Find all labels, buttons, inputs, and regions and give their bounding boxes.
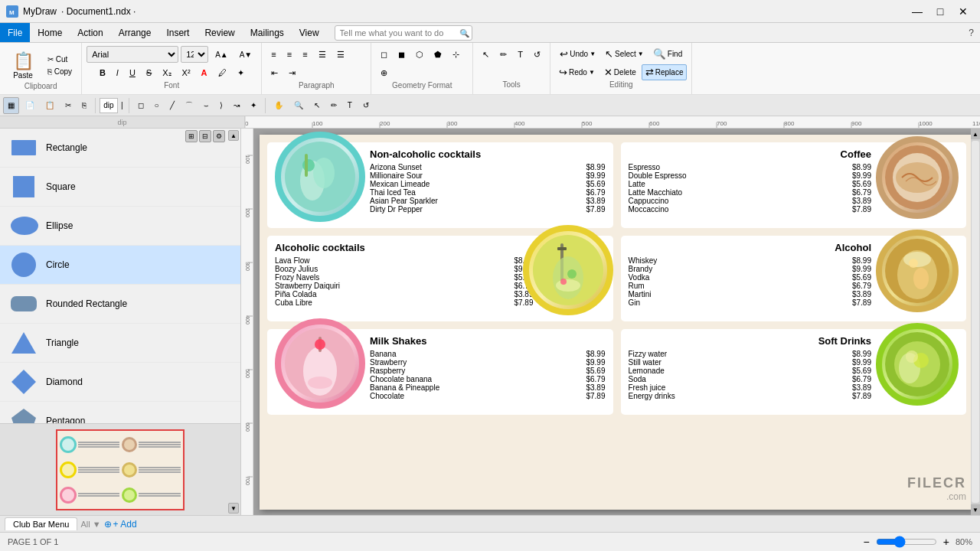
menu-view[interactable]: View xyxy=(292,23,327,42)
rectangle-icon xyxy=(9,133,38,162)
menu-action[interactable]: Action xyxy=(70,23,110,42)
redo-button[interactable]: ↪ Redo ▼ xyxy=(555,64,599,80)
text-tool[interactable]: T xyxy=(513,46,528,63)
paste-button[interactable]: 📋 Paste xyxy=(6,49,40,82)
font-family-select[interactable]: Arial xyxy=(87,46,178,63)
panel-btn-1[interactable]: ⊞ xyxy=(185,130,198,142)
draw-tool-7[interactable]: ↝ xyxy=(229,97,244,114)
align-right[interactable]: ≡ xyxy=(298,46,312,63)
underline-button[interactable]: U xyxy=(125,64,140,81)
indent-decrease[interactable]: ⇤ xyxy=(266,64,283,81)
scroll-v-thumb[interactable] xyxy=(972,141,979,503)
menu-insert[interactable]: Insert xyxy=(158,23,197,42)
pan-tool[interactable]: ✋ xyxy=(270,97,288,114)
milkshakes-title: Milk Shakes xyxy=(370,335,606,347)
search-input[interactable] xyxy=(335,25,472,41)
minimize-button[interactable]: — xyxy=(906,3,928,20)
draw-tool-1[interactable]: ◻ xyxy=(133,97,149,114)
font-size-decrease[interactable]: A▼ xyxy=(235,46,257,63)
font-size-increase[interactable]: A▲ xyxy=(211,46,233,63)
align-center[interactable]: ≡ xyxy=(283,46,296,63)
find-button[interactable]: 🔍 Find xyxy=(649,46,686,62)
copy-button[interactable]: ⎘ Copy xyxy=(44,66,75,77)
subscript-button[interactable]: X₂ xyxy=(158,64,175,81)
position-input[interactable] xyxy=(100,98,118,113)
panel-btn-2[interactable]: ⊟ xyxy=(199,130,211,142)
pointer-tool[interactable]: ↖ xyxy=(478,46,494,63)
panel-btn-3[interactable]: ⚙ xyxy=(213,130,225,142)
text-tool2[interactable]: T xyxy=(343,97,357,114)
menu-home[interactable]: Home xyxy=(30,23,70,42)
svg-point-67 xyxy=(913,268,929,289)
shape-pentagon[interactable]: Pentagon xyxy=(0,402,240,423)
zoom-in-button[interactable]: + xyxy=(942,536,951,548)
delete-button[interactable]: ✕ Delete xyxy=(600,64,640,80)
superscript-button[interactable]: X² xyxy=(178,64,195,81)
menu-review[interactable]: Review xyxy=(197,23,242,42)
scroll-down-btn[interactable]: ▼ xyxy=(228,503,239,514)
geom-btn-4[interactable]: ⬟ xyxy=(430,46,446,63)
tool-btn-2[interactable]: 📄 xyxy=(21,97,39,114)
select-button[interactable]: ↖ Select ▼ xyxy=(601,46,648,62)
indent-increase[interactable]: ⇥ xyxy=(284,64,300,81)
alcohol-title: Alcohol xyxy=(629,242,872,253)
geom-btn-1[interactable]: ◻ xyxy=(376,46,392,63)
editing-label: Editing xyxy=(609,80,633,91)
geom-btn-5[interactable]: ⊹ xyxy=(448,46,464,63)
pencil-tool[interactable]: ✏ xyxy=(495,46,511,63)
geom-btn-2[interactable]: ◼ xyxy=(394,46,410,63)
shape-square[interactable]: Square xyxy=(0,168,240,207)
highlight-button[interactable]: 🖊 xyxy=(214,64,231,81)
draw-tool-5[interactable]: ⌣ xyxy=(199,97,214,114)
numbered-list[interactable]: ☰ xyxy=(332,46,349,63)
italic-button[interactable]: I xyxy=(112,64,123,81)
pen-tool[interactable]: ✏ xyxy=(326,97,341,114)
maximize-button[interactable]: □ xyxy=(929,3,951,20)
shape-rounded-rect[interactable]: Rounded Rectangle xyxy=(0,285,240,324)
draw-tool-3[interactable]: ╱ xyxy=(165,97,179,114)
scroll-v-up[interactable]: ▲ xyxy=(971,129,980,139)
scroll-up-btn[interactable]: ▲ xyxy=(228,130,239,141)
undo-button[interactable]: ↩ Undo ▼ xyxy=(556,46,599,62)
draw-tool-2[interactable]: ○ xyxy=(150,97,164,114)
thumb-row-3 xyxy=(59,458,120,482)
undo-icon-btn[interactable]: ↺ xyxy=(358,97,374,114)
clear-format-button[interactable]: ✦ xyxy=(233,64,249,81)
draw-tool-4[interactable]: ⌒ xyxy=(181,97,198,114)
scroll-v-down[interactable]: ▼ xyxy=(971,504,980,515)
page-tab-active[interactable]: Club Bar Menu xyxy=(5,517,77,530)
add-page-button[interactable]: ⊕ + Add xyxy=(104,519,137,530)
zoom-out-button[interactable]: − xyxy=(862,536,871,548)
close-button[interactable]: ✕ xyxy=(952,3,974,20)
shape-circle[interactable]: Circle xyxy=(0,246,240,285)
tool-btn-5[interactable]: ⎘ xyxy=(77,97,91,114)
menu-mailings[interactable]: Mailings xyxy=(243,23,292,42)
tool-btn-3[interactable]: 📋 xyxy=(41,97,59,114)
geom-btn-6[interactable]: ⊕ xyxy=(376,64,392,81)
align-left[interactable]: ≡ xyxy=(266,46,280,63)
font-color-button[interactable]: A xyxy=(197,64,212,81)
strikethrough-button[interactable]: S xyxy=(142,64,156,81)
redo-tool[interactable]: ↺ xyxy=(529,46,545,63)
bold-button[interactable]: B xyxy=(95,64,110,81)
draw-tool-8[interactable]: ✦ xyxy=(246,97,261,114)
replace-button[interactable]: ⇄ Replace xyxy=(642,64,688,80)
tool-btn-1[interactable]: ▦ xyxy=(3,97,19,114)
document-canvas[interactable]: Non-alcoholic cocktails Arizona Sunset$8… xyxy=(253,129,980,515)
shape-ellipse[interactable]: Ellipse xyxy=(0,207,240,246)
geom-btn-3[interactable]: ⬡ xyxy=(411,46,428,63)
shape-diamond[interactable]: Diamond xyxy=(0,363,240,402)
tool-btn-4[interactable]: ✂ xyxy=(60,97,76,114)
menu-file[interactable]: File xyxy=(0,23,30,42)
zoom-slider[interactable] xyxy=(876,536,937,548)
bullet-list[interactable]: ☰ xyxy=(314,46,331,63)
draw-tool-6[interactable]: ⟩ xyxy=(215,97,227,114)
pointer-tool2[interactable]: ↖ xyxy=(309,97,325,114)
zoom-tool[interactable]: 🔍 xyxy=(289,97,308,114)
font-size-select[interactable]: 12 xyxy=(181,46,208,63)
cut-button[interactable]: ✂ Cut xyxy=(44,54,75,65)
help-icon[interactable]: ? xyxy=(969,28,974,38)
menu-arrange[interactable]: Arrange xyxy=(111,23,159,42)
shape-triangle[interactable]: Triangle xyxy=(0,324,240,363)
page-all-indicator[interactable]: All ▼ xyxy=(80,520,100,529)
